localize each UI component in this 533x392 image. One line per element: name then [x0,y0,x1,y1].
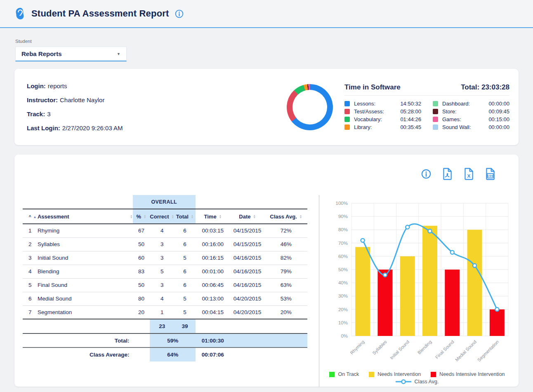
table-cell: 83 [133,265,150,278]
table-cell: 3 [23,251,38,265]
col-correct[interactable]: Correct▲▼ [150,209,174,224]
table-cell: 04/20/2015 [230,292,265,305]
bar [467,230,482,336]
table-cell: 6 [23,292,38,305]
time-legend-label: Test/Assess: [354,108,384,115]
class-avg-point [383,273,387,277]
legend-swatch [344,117,350,122]
table-cell: 3 [150,278,174,292]
table-cell: 00:16:00 [196,237,230,251]
bar [490,310,505,336]
student-select[interactable]: Reba Reports ▼ [15,47,127,61]
table-cell: 4 [150,292,174,305]
table-cell: 04/16/2015 [230,251,265,265]
time-legend-label: Dashboard: [442,101,470,107]
sum-correct: 23 [150,319,174,333]
sort-icon: ▲▼ [191,214,193,219]
time-legend-item: Vocabulary:01:44:26 [344,116,421,122]
total-label: Total: [23,333,133,347]
col-time[interactable]: Time▲▼ [196,209,230,224]
table-cell: 6 [174,237,196,251]
export-pdf-button[interactable] [442,168,453,180]
table-cell: 6 [174,224,196,237]
time-total: Total: 23:03:28 [461,83,509,92]
sort-icon: ▲▼ [172,214,174,219]
class-average-percent: 64% [150,347,196,361]
profile-field: Track:3 [27,110,123,117]
col-percent[interactable]: %▲▼ [133,209,150,224]
col-total[interactable]: Total▲▼ [174,209,196,224]
col-date[interactable]: Date▲▼ [230,209,265,224]
y-tick-label: 0% [341,333,348,338]
profile-card: Login:reportsInstructor:Charlotte Naylor… [14,69,519,145]
time-legend-value: 00:09:45 [488,108,509,115]
table-cell: 5 [174,305,196,319]
time-legend-item: Lessons:14:50:32 [344,101,421,107]
col-class-avg[interactable]: Class Avg.▲▼ [265,209,308,224]
time-legend-value: 00:00:00 [488,101,509,107]
legend-swatch [433,109,438,114]
legend-item: On Track [329,371,359,377]
table-cell: 5 [174,292,196,305]
y-tick-label: 40% [338,280,348,285]
time-legend-item: Test/Assess:05:28:00 [344,108,421,115]
time-legend-item: Store:00:09:45 [433,108,509,115]
table-cell: 20 [133,305,150,319]
table-cell: 3 [150,251,174,265]
sort-icon: ▲▼ [300,214,302,219]
legend-label: On Track [338,371,359,377]
total-percent: 59% [150,333,196,347]
x-tick-label: Blending [417,339,433,355]
info-icon[interactable] [175,9,184,18]
profile-field-label: Login: [27,82,46,89]
table-cell: 00:16:15 [196,251,230,265]
student-select-value: Reba Reports [21,50,62,57]
table-cell: 2 [23,237,38,251]
class-avg-point [406,225,409,229]
col-assessment[interactable]: Assessment ▲▼ [38,209,133,224]
bar [400,256,415,336]
student-select-label: Student [15,39,533,44]
export-xls-button[interactable]: X [463,168,474,180]
table-cell: 00:13:00 [196,292,230,305]
table-cell: Medial Sound [38,292,133,305]
app-header: Student PA Assessment Report [0,0,533,28]
table-cell: 20% [265,305,308,319]
profile-field: Login:reports [27,82,123,89]
time-legend-label: Games: [442,116,461,122]
legend-swatch [433,124,438,130]
y-tick-label: 30% [338,293,348,298]
time-legend-value: 00:35:45 [400,124,421,130]
table-cell: 5 [23,278,38,292]
legend-label: Class Avg. [415,379,439,385]
table-cell: 5 [150,265,174,278]
table-cell: 53% [265,292,308,305]
col-number[interactable]: ^▲ [23,209,38,224]
profile-field-value: reports [48,82,67,89]
assessment-chart-pane: 0%10%20%30%40%50%60%70%80%90%100%Rhyming… [319,195,519,387]
table-cell: 04/20/2015 [230,305,265,319]
table-cell: 6 [174,278,196,292]
table-row: 5Final Sound503600:06:4504/16/201563% [23,278,307,292]
time-legend-value: 14:50:32 [400,101,421,107]
table-cell: Blending [38,265,133,278]
x-tick-label: Rhyming [349,339,365,355]
legend-swatch [344,101,350,106]
info-button[interactable] [421,169,431,179]
table-cell: 1 [150,305,174,319]
class-average-time: 00:07:06 [196,347,230,361]
time-in-software-title: Time in Software [344,83,401,92]
time-donut-chart [287,84,333,130]
y-tick-label: 90% [338,214,348,219]
table-cell: 50 [133,237,150,251]
time-legend-value: 01:44:26 [400,116,421,122]
page-title: Student PA Assessment Report [31,8,169,19]
legend-swatch [431,372,436,377]
legend-item: Needs Intervention [369,371,421,377]
profile-field-value: 3 [47,110,50,117]
export-csv-button[interactable]: CSV [485,168,495,180]
class-avg-point [473,264,476,268]
y-tick-label: 10% [338,320,348,325]
profile-field-label: Track: [27,110,45,117]
profile-field-label: Instructor: [27,96,58,103]
